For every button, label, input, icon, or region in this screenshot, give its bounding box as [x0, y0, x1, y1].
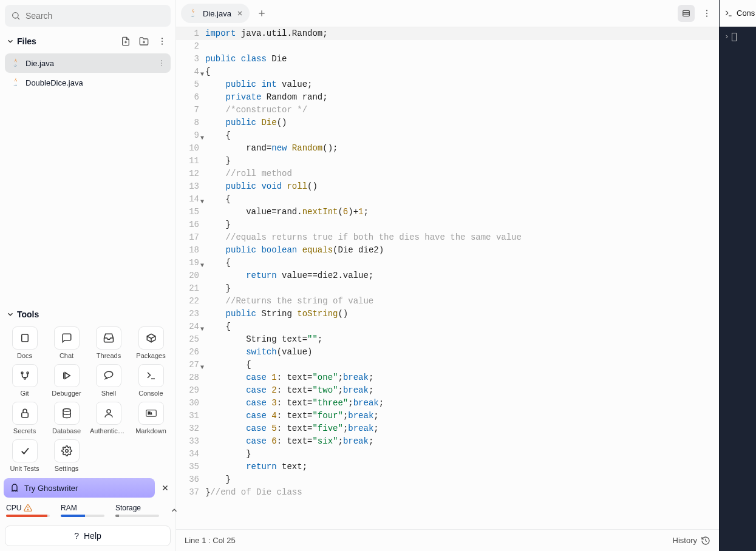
files-header: Files	[0, 32, 175, 51]
help-icon: ?	[74, 531, 79, 541]
ghostwriter-close-icon[interactable]	[158, 481, 172, 495]
tool-threads[interactable]: Threads	[90, 326, 128, 359]
code-line[interactable]: 11 }	[176, 155, 719, 167]
code-line[interactable]: 34 }	[176, 448, 719, 461]
tool-secrets[interactable]: Secrets	[6, 402, 43, 434]
file-name: DoubleDice.java	[26, 78, 83, 87]
history-button[interactable]: History	[673, 536, 710, 546]
code-line[interactable]: 15 value=rand.nextInt(6)+1;	[176, 206, 719, 218]
tools-header[interactable]: Tools	[0, 305, 175, 324]
code-line[interactable]: 16 }	[176, 218, 719, 231]
code-line[interactable]: 28 case 1: text="one";break;	[176, 371, 719, 384]
line-number: 10	[176, 142, 203, 155]
code-line[interactable]: 6 private Random rand;	[176, 91, 719, 104]
tab-close-icon[interactable]	[236, 10, 243, 17]
console-title: Cons	[737, 8, 755, 18]
code-line[interactable]: 19▼ {	[176, 257, 719, 269]
tool-markdown[interactable]: M↓Markdown	[132, 402, 169, 434]
code-line[interactable]: 24▼ {	[176, 320, 719, 333]
code-line[interactable]: 26 switch(value)	[176, 346, 719, 359]
svg-point-22	[107, 410, 111, 413]
code-line[interactable]: 12 //roll method	[176, 167, 719, 180]
code-line[interactable]: 1import java.util.Random;	[176, 27, 719, 40]
editor-column: Die.java 1import java.util.Random;23publ…	[176, 0, 719, 551]
code-line[interactable]: 21 }	[176, 282, 719, 295]
code-content: {	[203, 257, 231, 269]
code-line[interactable]: 7 /*constructor */	[176, 104, 719, 117]
code-line[interactable]: 35 return text;	[176, 461, 719, 473]
ghostwriter-button[interactable]: Try Ghostwriter	[4, 478, 155, 498]
code-line[interactable]: 9▼ {	[176, 129, 719, 142]
console-body[interactable]: ›	[720, 27, 756, 551]
search-icon	[11, 11, 21, 21]
code-line[interactable]: 29 case 2: text="two";break;	[176, 384, 719, 397]
editor-more-icon[interactable]	[700, 6, 714, 21]
new-folder-icon[interactable]	[137, 34, 151, 49]
tool-authenticat-[interactable]: Authenticat...	[90, 402, 128, 434]
file-more-icon[interactable]	[157, 59, 166, 67]
help-label: Help	[84, 531, 101, 541]
file-row[interactable]: Die.java	[5, 53, 171, 73]
console-header[interactable]: Cons	[720, 0, 756, 27]
tool-database[interactable]: Database	[48, 402, 85, 434]
code-content: return value==die2.value;	[203, 269, 373, 282]
tool-debugger[interactable]: Debugger	[48, 364, 85, 397]
code-content: {	[203, 129, 231, 142]
search-box[interactable]	[5, 5, 171, 27]
tool-label: Docs	[17, 352, 32, 359]
code-line[interactable]: 22 //Returns the string of value	[176, 295, 719, 308]
tool-chat[interactable]: Chat	[48, 326, 85, 359]
search-input[interactable]	[26, 11, 165, 21]
code-line[interactable]: 3public class Die	[176, 53, 719, 66]
tool-shell[interactable]: Shell	[90, 364, 128, 397]
line-number: 31	[176, 410, 203, 422]
new-tab-icon[interactable]	[254, 6, 269, 21]
code-line[interactable]: 4▼{	[176, 66, 719, 78]
file-row[interactable]: DoubleDice.java	[5, 73, 171, 92]
layout-icon[interactable]	[678, 5, 695, 22]
code-line[interactable]: 10 rand=new Random();	[176, 142, 719, 155]
tool-label: Authenticat...	[90, 427, 128, 434]
code-line[interactable]: 23 public String toString()	[176, 308, 719, 320]
code-line[interactable]: 31 case 4: text="four";break;	[176, 410, 719, 422]
chevron-down-icon[interactable]	[6, 37, 15, 46]
code-line[interactable]: 5 public int value;	[176, 78, 719, 91]
line-number: 13	[176, 180, 203, 193]
check-icon	[12, 439, 38, 462]
tool-packages[interactable]: Packages	[132, 326, 169, 359]
new-file-icon[interactable]	[118, 34, 133, 49]
chat-icon	[54, 326, 80, 350]
svg-marker-17	[65, 373, 70, 379]
tool-settings[interactable]: Settings	[48, 439, 85, 472]
code-line[interactable]: 25 String text="";	[176, 333, 719, 346]
tab-die-java[interactable]: Die.java	[181, 4, 250, 23]
files-more-icon[interactable]	[155, 34, 169, 49]
tool-git[interactable]: Git	[6, 364, 43, 397]
code-line[interactable]: 8 public Die()	[176, 117, 719, 129]
code-editor[interactable]: 1import java.util.Random;23public class …	[176, 27, 719, 529]
tool-docs[interactable]: Docs	[6, 326, 43, 359]
code-line[interactable]: 13 public void roll()	[176, 180, 719, 193]
code-line[interactable]: 20 return value==die2.value;	[176, 269, 719, 282]
svg-rect-12	[21, 334, 28, 342]
code-line[interactable]: 27▼ {	[176, 359, 719, 371]
line-number: 12	[176, 167, 203, 180]
code-content: case 3: text="three";break;	[203, 397, 384, 410]
code-line[interactable]: 18 public boolean equals(Die die2)	[176, 244, 719, 257]
code-line[interactable]: 30 case 3: text="three";break;	[176, 397, 719, 410]
line-number: 29	[176, 384, 203, 397]
code-line[interactable]: 36 }	[176, 473, 719, 486]
help-button[interactable]: ? Help	[5, 526, 171, 546]
line-number: 14▼	[176, 193, 203, 206]
code-line[interactable]: 32 case 5: text="five";break;	[176, 422, 719, 435]
code-line[interactable]: 17 //equals returns true if both the die…	[176, 231, 719, 244]
code-line[interactable]: 14▼ {	[176, 193, 719, 206]
tool-unit-tests[interactable]: Unit Tests	[6, 439, 43, 472]
tool-label: Git	[20, 390, 29, 397]
tool-console[interactable]: Console	[132, 364, 169, 397]
svg-rect-34	[683, 10, 690, 16]
code-content: switch(value)	[203, 346, 312, 359]
code-line[interactable]: 2	[176, 40, 719, 53]
code-line[interactable]: 37}//end of Die class	[176, 486, 719, 499]
code-line[interactable]: 33 case 6: text="six";break;	[176, 435, 719, 448]
